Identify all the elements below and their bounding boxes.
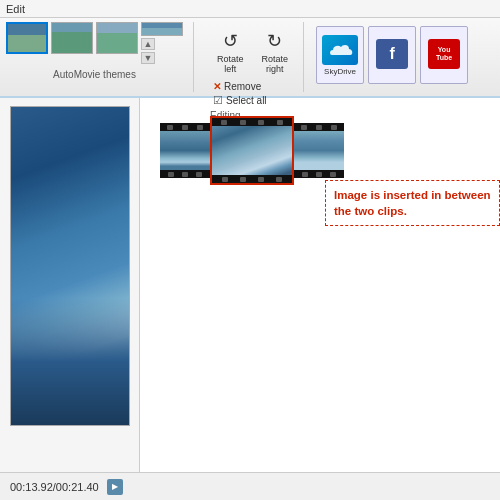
film-perfs-top-3 xyxy=(294,123,344,131)
rotate-left-button[interactable]: ↺ Rotateleft xyxy=(210,26,251,78)
ribbon: ▲ ▼ AutoMovie themes ↺ Rotateleft ↻ Rota… xyxy=(0,18,500,98)
film-perfs-top-2 xyxy=(212,118,292,126)
time-display: 00:13.92/00:21.40 xyxy=(10,481,99,493)
film-image-2 xyxy=(212,126,292,175)
status-bar: 00:13.92/00:21.40 ▶ xyxy=(0,472,500,500)
themes-label: AutoMovie themes xyxy=(53,69,136,80)
facebook-icon: f xyxy=(376,39,408,69)
theme-scroll-down[interactable]: ▼ xyxy=(141,52,155,64)
rotate-left-icon: ↺ xyxy=(223,30,238,52)
theme-thumb-3[interactable] xyxy=(96,22,138,54)
film-perfs-bottom-1 xyxy=(160,170,210,178)
film-clip-2-selected[interactable] xyxy=(212,118,292,183)
status-icon: ▶ xyxy=(107,479,123,495)
film-perfs-bottom-2 xyxy=(212,175,292,183)
ribbon-share-section: SkyDrive f YouTube xyxy=(312,22,472,92)
annotation-box: Image is inserted in between the two cli… xyxy=(325,180,500,226)
rotate-left-label: Rotateleft xyxy=(217,54,244,74)
remove-label: Remove xyxy=(224,81,261,92)
film-image-1 xyxy=(160,131,210,170)
ribbon-editing-section: ↺ Rotateleft ↻ Rotateright ✕ Remove ☑ Se… xyxy=(202,22,304,92)
preview-panel xyxy=(0,98,140,472)
film-image-3 xyxy=(294,131,344,170)
annotation-text: Image is inserted in between the two cli… xyxy=(334,189,491,217)
ribbon-themes-section: ▲ ▼ AutoMovie themes xyxy=(6,22,194,92)
top-bar: Edit xyxy=(0,0,500,18)
main-area: Image is inserted in between the two cli… xyxy=(0,98,500,472)
themes-row: ▲ ▼ xyxy=(6,22,183,64)
film-perfs-top-1 xyxy=(160,123,210,131)
theme-thumb-1[interactable] xyxy=(6,22,48,54)
rotate-right-button[interactable]: ↻ Rotateright xyxy=(255,26,296,78)
theme-scroll-up[interactable]: ▲ xyxy=(141,38,155,50)
rotate-right-icon: ↻ xyxy=(267,30,282,52)
skydrive-icon xyxy=(322,35,358,65)
youtube-icon: YouTube xyxy=(428,39,460,69)
skydrive-button[interactable]: SkyDrive xyxy=(316,26,364,84)
editing-buttons-row: ↺ Rotateleft ↻ Rotateright xyxy=(210,26,295,78)
film-clip-3[interactable] xyxy=(294,123,344,178)
film-clip-1[interactable] xyxy=(160,123,210,178)
facebook-button[interactable]: f xyxy=(368,26,416,84)
rotate-right-label: Rotateright xyxy=(262,54,289,74)
film-perfs-bottom-3 xyxy=(294,170,344,178)
preview-image xyxy=(10,106,130,426)
remove-row[interactable]: ✕ Remove xyxy=(210,80,295,93)
menu-edit[interactable]: Edit xyxy=(6,3,25,15)
theme-thumb-4[interactable] xyxy=(141,22,183,36)
theme-thumb-2[interactable] xyxy=(51,22,93,54)
skydrive-label: SkyDrive xyxy=(324,67,356,76)
timeline-area: Image is inserted in between the two cli… xyxy=(140,98,500,472)
clips-row xyxy=(160,118,488,183)
remove-icon: ✕ xyxy=(213,81,221,92)
youtube-button[interactable]: YouTube xyxy=(420,26,468,84)
